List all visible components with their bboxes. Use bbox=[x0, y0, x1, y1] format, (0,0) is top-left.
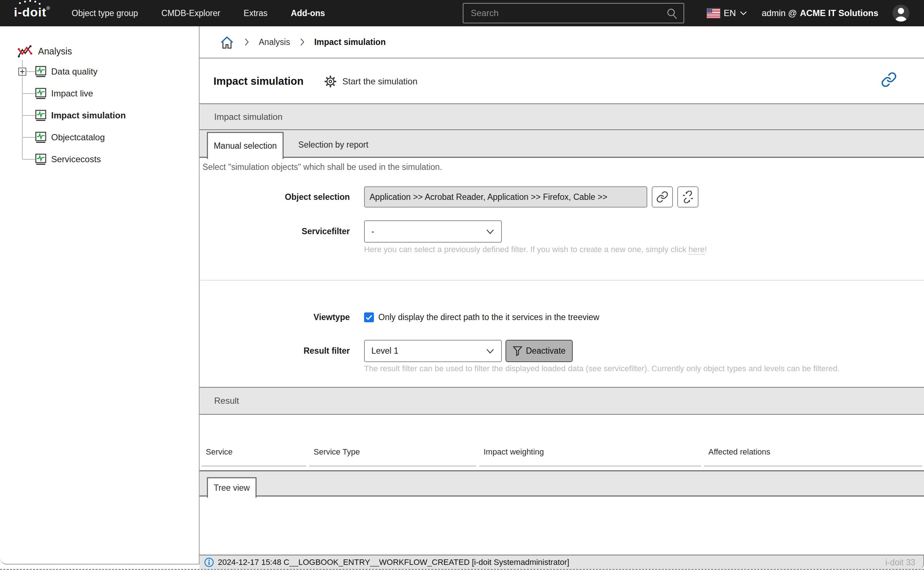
search-icon[interactable] bbox=[666, 8, 678, 20]
object-selection-row: Object selection Application >> Acrobat … bbox=[199, 186, 924, 208]
servicefilter-value: - bbox=[371, 227, 374, 236]
sidebar-item-label: Data quality bbox=[51, 64, 98, 80]
topbar: i-doit® Object type group CMDB-Explorer … bbox=[0, 0, 924, 26]
viewtype-row: Viewtype Only display the direct path to… bbox=[199, 311, 924, 323]
sidebar-item-analysis[interactable]: Analysis bbox=[17, 43, 72, 59]
status-message: 2024-12-17 15:48 C__LOGBOOK_ENTRY__WORKF… bbox=[218, 558, 569, 567]
section-title: Result bbox=[214, 396, 239, 406]
result-filter-value: Level 1 bbox=[371, 346, 398, 356]
breadcrumb-analysis[interactable]: Analysis bbox=[259, 37, 290, 47]
tree-branch-line bbox=[23, 137, 35, 138]
sidebar-item-servicecosts[interactable]: Servicecosts bbox=[0, 151, 198, 167]
start-simulation-label: Start the simulation bbox=[342, 77, 417, 87]
nav-object-type-group[interactable]: Object type group bbox=[72, 8, 138, 18]
user-menu[interactable]: admin @ ACME IT Solutions bbox=[762, 0, 878, 26]
sidebar-item-impact-live[interactable]: Impact live bbox=[0, 86, 198, 101]
nav-extras[interactable]: Extras bbox=[244, 8, 268, 18]
sidebar: Analysis Data quality bbox=[0, 26, 199, 564]
column-affected-relations: Affected relations bbox=[704, 438, 922, 467]
result-table-header: Service Service Type Impact weighting Af… bbox=[201, 438, 922, 467]
result-filter-label: Result filter bbox=[199, 340, 350, 362]
avatar-icon[interactable] bbox=[893, 5, 909, 21]
tree-branch-line bbox=[23, 93, 35, 94]
column-service-type: Service Type bbox=[309, 438, 476, 467]
expand-icon[interactable] bbox=[18, 67, 26, 76]
viewtype-label: Viewtype bbox=[199, 311, 350, 323]
permalink-button[interactable] bbox=[881, 72, 897, 88]
create-filter-link[interactable]: here bbox=[689, 245, 705, 255]
tab-manual-selection[interactable]: Manual selection bbox=[207, 132, 283, 159]
report-icon bbox=[35, 88, 46, 100]
gear-icon bbox=[323, 75, 337, 89]
logo-text: i-doit bbox=[14, 5, 46, 19]
report-icon bbox=[35, 153, 46, 165]
search-input[interactable] bbox=[463, 4, 683, 23]
sidebar-item-label: Servicecosts bbox=[51, 151, 101, 167]
breadcrumb-impact-simulation: Impact simulation bbox=[314, 37, 386, 47]
section-title: Impact simulation bbox=[214, 112, 282, 122]
viewtype-option-label[interactable]: Only display the direct path to the it s… bbox=[378, 311, 599, 323]
column-impact-weighting: Impact weighting bbox=[479, 438, 701, 467]
servicefilter-select[interactable]: - bbox=[364, 220, 502, 243]
nav-add-ons[interactable]: Add-ons bbox=[291, 8, 325, 18]
section-result: Result bbox=[199, 387, 924, 415]
breadcrumb-chevron-icon bbox=[244, 38, 249, 46]
tab-tree-view[interactable]: Tree view bbox=[207, 477, 257, 498]
result-filter-select[interactable]: Level 1 bbox=[364, 340, 502, 362]
viewtype-checkbox[interactable] bbox=[364, 313, 374, 322]
servicefilter-help-text: Here you can select a previously defined… bbox=[364, 245, 689, 254]
sidebar-item-impact-simulation[interactable]: Impact simulation bbox=[0, 107, 198, 124]
status-bar: 2024-12-17 15:48 C__LOGBOOK_ENTRY__WORKF… bbox=[199, 555, 924, 569]
sidebar-item-label: Analysis bbox=[38, 46, 72, 57]
registered-mark: ® bbox=[46, 6, 51, 11]
checkbox-check-icon bbox=[366, 315, 372, 320]
section-divider bbox=[199, 280, 924, 280]
flag-icon bbox=[707, 8, 720, 18]
link-icon bbox=[881, 72, 897, 88]
language-code: EN bbox=[724, 8, 736, 18]
selection-tabstrip: Manual selection Selection by report bbox=[199, 130, 924, 158]
unlink-icon bbox=[682, 191, 694, 203]
result-filter-row: Result filter Level 1 Deactivate bbox=[199, 340, 924, 362]
column-service: Service bbox=[201, 438, 306, 467]
tree-branch-line bbox=[23, 115, 35, 116]
nav-cmdb-explorer[interactable]: CMDB-Explorer bbox=[162, 8, 221, 18]
app-window: i-doit® Object type group CMDB-Explorer … bbox=[0, 0, 924, 570]
sidebar-item-objectcatalog[interactable]: Objectcatalog bbox=[0, 129, 198, 146]
detach-objects-button[interactable] bbox=[677, 186, 699, 208]
filter-icon bbox=[513, 346, 522, 356]
idoit-logo[interactable]: i-doit® bbox=[14, 5, 51, 19]
sidebar-item-data-quality[interactable]: Data quality bbox=[0, 64, 198, 80]
tenant-name: ACME IT Solutions bbox=[800, 8, 878, 18]
logo-dots-icon bbox=[19, 2, 21, 4]
result-filter-help: The result filter can be used to filter … bbox=[364, 364, 840, 374]
language-selector[interactable]: EN bbox=[707, 0, 748, 26]
analysis-icon bbox=[17, 44, 34, 58]
report-icon bbox=[35, 110, 46, 121]
home-icon[interactable] bbox=[219, 34, 234, 50]
breadcrumb-chevron-icon bbox=[300, 38, 305, 46]
report-icon bbox=[35, 66, 46, 77]
servicefilter-help-suffix: ! bbox=[705, 245, 707, 254]
select-chevron-icon bbox=[486, 348, 495, 354]
object-selection-field[interactable]: Application >> Acrobat Reader, Applicati… bbox=[364, 186, 647, 208]
form-description: Select "simulation objects" which shall … bbox=[202, 162, 442, 172]
tree-view-tabstrip: Tree view bbox=[199, 470, 924, 496]
main-content: Analysis Impact simulation Impact simula… bbox=[199, 26, 924, 570]
start-simulation-button[interactable]: Start the simulation bbox=[323, 75, 417, 89]
deactivate-button[interactable]: Deactivate bbox=[506, 340, 573, 362]
page-header: Impact simulation Start the simulation bbox=[199, 58, 924, 104]
servicefilter-label: Servicefilter bbox=[199, 220, 350, 243]
attach-objects-button[interactable] bbox=[652, 186, 673, 208]
tab-selection-by-report[interactable]: Selection by report bbox=[290, 132, 377, 158]
servicefilter-help: Here you can select a previously defined… bbox=[364, 245, 707, 254]
report-icon bbox=[35, 132, 46, 143]
search-box bbox=[463, 3, 684, 23]
user-prefix: admin @ bbox=[762, 8, 797, 18]
breadcrumb: Analysis Impact simulation bbox=[199, 26, 924, 58]
deactivate-label: Deactivate bbox=[526, 346, 566, 356]
servicefilter-row: Servicefilter - bbox=[199, 220, 924, 243]
sidebar-item-label: Impact simulation bbox=[51, 107, 126, 124]
info-icon bbox=[204, 557, 214, 567]
sidebar-item-label: Impact live bbox=[51, 86, 93, 101]
